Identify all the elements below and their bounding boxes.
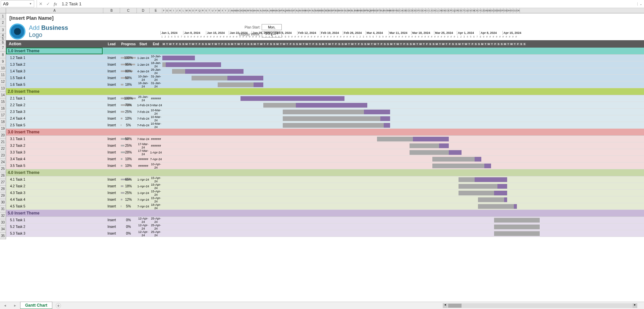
task-progress[interactable]: 10% bbox=[120, 157, 137, 161]
theme-header[interactable]: 1.0 Insert Theme bbox=[6, 48, 644, 55]
task-end[interactable]: 15-Apr-24 bbox=[150, 190, 162, 196]
task-name[interactable]: 2.1 Task 1 bbox=[6, 97, 103, 100]
task-lead[interactable]: Insert bbox=[103, 117, 120, 120]
task-row[interactable]: 2.4 Task 4 Insert 10% 7-Feb-24 10-Mar-24 bbox=[6, 115, 644, 122]
task-name[interactable]: 2.4 Task 4 bbox=[6, 117, 103, 120]
task-start[interactable]: 1-Jan-24 bbox=[137, 56, 150, 60]
task-start[interactable]: 1-Apr-24 bbox=[137, 178, 150, 181]
worksheet-content[interactable]: [Insert Plan Name] Add Business Logo Pla… bbox=[6, 13, 644, 239]
task-name[interactable]: 1.3 Task 2 bbox=[6, 63, 103, 66]
task-name[interactable]: 3.2 Task 2 bbox=[6, 144, 103, 147]
task-row[interactable]: 4.2 Task 2 Insert 18% 1-Apr-24 15-Apr-24 bbox=[6, 183, 644, 190]
task-row[interactable]: 1.5 Task 4 Insert 50% 10-Jan-24 31-Jan-2… bbox=[6, 75, 644, 81]
theme-header[interactable]: 2.0 Insert Theme bbox=[6, 88, 644, 95]
task-name[interactable]: 4.4 Task 4 bbox=[6, 198, 103, 201]
task-row[interactable]: 2.5 Task 5 Insert 5% 7-Feb-24 10-Mar-24 bbox=[6, 122, 644, 129]
task-start[interactable]: 17-Mar-24 bbox=[137, 142, 150, 149]
task-lead[interactable]: Insert bbox=[103, 144, 120, 147]
task-row[interactable]: 3.4 Task 4 Insert 10% ###### 7-Apr-24 bbox=[6, 156, 644, 163]
task-progress[interactable]: 100% bbox=[120, 97, 137, 100]
task-lead[interactable]: Insert bbox=[103, 76, 120, 80]
task-name[interactable]: 1.6 Task 5 bbox=[6, 83, 103, 86]
task-end[interactable]: 25-Apr-24 bbox=[150, 230, 162, 237]
task-end[interactable]: 18-Jan-24 bbox=[150, 61, 162, 68]
task-end[interactable]: 15-Apr-24 bbox=[150, 176, 162, 183]
enter-icon[interactable]: ✓ bbox=[44, 1, 52, 6]
fx-icon[interactable]: fx bbox=[52, 1, 59, 7]
task-start[interactable]: ###### bbox=[137, 158, 150, 161]
task-lead[interactable]: Insert bbox=[103, 184, 120, 188]
task-end[interactable]: 1-Apr-24 bbox=[150, 151, 162, 154]
task-lead[interactable]: Insert bbox=[103, 204, 120, 208]
task-start[interactable]: 12-Apr-24 bbox=[137, 230, 150, 237]
task-name[interactable]: 5.1 Task 1 bbox=[6, 218, 103, 222]
task-name[interactable]: 1.2 Task 1 bbox=[6, 56, 103, 60]
task-progress[interactable]: 65% bbox=[120, 178, 137, 181]
task-row[interactable]: 1.4 Task 3 Insert 80% 4-Jan-24 25-Jan-24 bbox=[6, 68, 644, 75]
task-name[interactable]: 4.5 Task 5 bbox=[6, 204, 103, 208]
task-progress[interactable]: 100% bbox=[120, 56, 137, 60]
task-name[interactable]: 5.3 Task 3 bbox=[6, 232, 103, 235]
plan-name[interactable]: [Insert Plan Name] bbox=[9, 15, 157, 21]
task-start[interactable]: 7-Apr-24 bbox=[137, 205, 150, 208]
task-lead[interactable]: Insert bbox=[103, 225, 120, 229]
task-end[interactable]: 15-Apr-24 bbox=[150, 183, 162, 190]
task-lead[interactable]: Insert bbox=[103, 150, 120, 154]
task-lead[interactable]: Insert bbox=[103, 191, 120, 195]
task-name[interactable]: 3.5 Task 5 bbox=[6, 164, 103, 168]
task-row[interactable]: 1.3 Task 2 Insert 95% 1-Jan-24 18-Jan-24 bbox=[6, 61, 644, 68]
task-name[interactable]: 3.4 Task 4 bbox=[6, 157, 103, 161]
task-end[interactable]: 25-Apr-24 bbox=[150, 224, 162, 230]
task-name[interactable]: 3.1 Task 1 bbox=[6, 137, 103, 141]
task-row[interactable]: 3.1 Task 1 Insert 50% 7-Mar-24 ###### bbox=[6, 136, 644, 142]
task-end[interactable]: ###### bbox=[150, 137, 162, 141]
task-row[interactable]: 3.3 Task 3 Insert 28% 17-Mar-24 1-Apr-24 bbox=[6, 149, 644, 156]
task-name[interactable]: 3.3 Task 3 bbox=[6, 150, 103, 154]
task-end[interactable]: 15-Apr-24 bbox=[150, 196, 162, 203]
task-name[interactable]: 4.1 Task 1 bbox=[6, 178, 103, 181]
task-progress[interactable]: 0% bbox=[120, 218, 137, 222]
task-row[interactable]: 4.1 Task 1 Insert 65% 1-Apr-24 15-Apr-24 bbox=[6, 176, 644, 183]
task-lead[interactable]: Insert bbox=[103, 103, 120, 107]
task-row[interactable]: 5.1 Task 1 Insert 0% 12-Apr-24 25-Apr-24 bbox=[6, 217, 644, 224]
task-end[interactable]: 3-Mar-24 bbox=[150, 104, 162, 107]
theme-header[interactable]: 5.0 Insert Theme bbox=[6, 210, 644, 217]
task-start[interactable]: 4-Jan-24 bbox=[137, 70, 150, 73]
task-row[interactable]: 4.5 Task 5 Insert 5% 7-Apr-24 18-Apr-24 bbox=[6, 203, 644, 210]
task-lead[interactable]: Insert bbox=[103, 164, 120, 168]
expand-formula-icon[interactable]: ⌄ bbox=[637, 2, 644, 6]
task-progress[interactable]: 18% bbox=[120, 184, 137, 188]
task-progress[interactable]: 50% bbox=[120, 76, 137, 80]
task-progress[interactable]: 80% bbox=[120, 69, 137, 73]
task-row[interactable]: 1.2 Task 1 Insert 100% 1-Jan-24 10-Jan-2… bbox=[6, 55, 644, 61]
task-lead[interactable]: Insert bbox=[103, 63, 120, 66]
task-progress[interactable]: 25% bbox=[120, 144, 137, 147]
task-name[interactable]: 1.5 Task 4 bbox=[6, 76, 103, 80]
task-row[interactable]: 5.2 Task 2 Insert 0% 12-Apr-24 25-Apr-24 bbox=[6, 224, 644, 230]
task-start[interactable]: 7-Apr-24 bbox=[137, 198, 150, 201]
task-row[interactable]: 1.6 Task 5 Insert 18% 18-Jan-24 31-Jan-2… bbox=[6, 81, 644, 88]
task-start[interactable]: 1-Feb-24 bbox=[137, 104, 150, 107]
plan-start-input[interactable]: Mon, 1/1/2024 bbox=[262, 24, 282, 30]
task-row[interactable]: 4.3 Task 3 Insert 25% 1-Apr-24 15-Apr-24 bbox=[6, 190, 644, 196]
task-name[interactable]: 5.2 Task 2 bbox=[6, 225, 103, 229]
task-start[interactable]: 12-Apr-24 bbox=[137, 224, 150, 230]
theme-header[interactable]: 3.0 Insert Theme bbox=[6, 129, 644, 136]
task-name[interactable]: 4.2 Task 2 bbox=[6, 184, 103, 188]
task-progress[interactable]: 95% bbox=[120, 63, 137, 66]
task-name[interactable]: 1.4 Task 3 bbox=[6, 69, 103, 73]
task-progress[interactable]: 10% bbox=[120, 117, 137, 120]
task-end[interactable]: 31-Jan-24 bbox=[150, 75, 162, 81]
task-progress[interactable]: 0% bbox=[120, 225, 137, 229]
task-end[interactable]: 10-Jan-24 bbox=[150, 55, 162, 61]
task-progress[interactable]: 50% bbox=[120, 137, 137, 141]
task-lead[interactable]: Insert bbox=[103, 198, 120, 201]
task-end[interactable]: ###### bbox=[150, 144, 162, 147]
task-start[interactable]: 12-Apr-24 bbox=[137, 217, 150, 224]
task-lead[interactable]: Insert bbox=[103, 157, 120, 161]
task-start[interactable]: 18-Jan-24 bbox=[137, 81, 150, 88]
task-start[interactable]: 17-Mar-24 bbox=[137, 149, 150, 156]
task-end[interactable]: 10-Mar-24 bbox=[150, 115, 162, 122]
task-lead[interactable]: Insert bbox=[103, 56, 120, 60]
task-start[interactable]: 1-Jan-24 bbox=[137, 63, 150, 66]
